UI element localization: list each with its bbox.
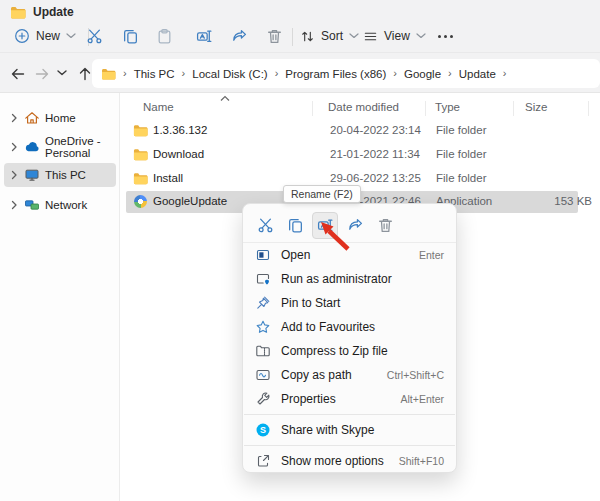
- chevron-right-icon[interactable]: [9, 113, 19, 123]
- file-type: File folder: [436, 124, 487, 136]
- file-row[interactable]: Download 21-01-2022 11:34 File folder: [126, 144, 578, 166]
- admin-shield-icon: [255, 271, 271, 287]
- chevron-right-icon[interactable]: [9, 200, 19, 210]
- sidebar-item-onedrive[interactable]: OneDrive - Personal: [4, 135, 116, 159]
- menu-item-shortcut: Shift+F10: [399, 455, 444, 467]
- file-size: 153 KB: [512, 195, 592, 207]
- context-menu-icon-strip: [243, 208, 456, 243]
- menu-item-label: Open: [281, 248, 310, 262]
- window-tab[interactable]: Update: [10, 4, 74, 20]
- breadcrumb-chevron[interactable]: ›: [393, 67, 397, 79]
- chevron-down-icon: [349, 33, 359, 39]
- view-icon: [363, 29, 378, 44]
- menu-item-run-as-administrator[interactable]: Run as administrator: [243, 267, 456, 291]
- file-type: File folder: [436, 172, 487, 184]
- chevron-down-icon: [66, 33, 76, 39]
- column-divider[interactable]: [513, 101, 514, 116]
- toolbar-separator: [292, 28, 293, 46]
- folder-icon: [133, 124, 148, 137]
- menu-item-copy-as-path[interactable]: Copy as path Ctrl+Shift+C: [243, 363, 456, 387]
- sort-button[interactable]: Sort: [300, 22, 359, 50]
- breadcrumb-chevron[interactable]: ›: [275, 67, 279, 79]
- navigation-bar: › This PC › Local Disk (C:) › Program Fi…: [0, 56, 600, 92]
- paste-icon[interactable]: [156, 28, 173, 45]
- breadcrumb-chevron[interactable]: ›: [448, 67, 452, 79]
- breadcrumb-program-files[interactable]: Program Files (x86): [285, 68, 386, 80]
- column-header-name[interactable]: Name: [143, 101, 174, 113]
- column-divider[interactable]: [312, 101, 313, 116]
- context-menu: Open Enter Run as administrator Pin to S…: [242, 203, 457, 473]
- open-icon: [255, 247, 271, 263]
- address-bar[interactable]: › This PC › Local Disk (C:) › Program Fi…: [92, 59, 600, 88]
- rename-icon[interactable]: [196, 28, 213, 45]
- command-bar: New Sort View: [0, 22, 600, 53]
- sidebar-item-home[interactable]: Home: [4, 106, 116, 130]
- file-type: File folder: [436, 148, 487, 160]
- breadcrumb-google[interactable]: Google: [404, 68, 441, 80]
- menu-item-add-to-favourites[interactable]: Add to Favourites: [243, 315, 456, 339]
- sidebar-item-label: OneDrive - Personal: [45, 135, 116, 159]
- up-icon[interactable]: [77, 66, 93, 82]
- share-icon[interactable]: [342, 212, 368, 239]
- menu-item-label: Properties: [281, 392, 336, 406]
- breadcrumb-chevron[interactable]: ›: [182, 67, 186, 79]
- breadcrumb-chevron[interactable]: ›: [123, 67, 127, 79]
- pin-icon: [255, 295, 271, 311]
- home-icon: [24, 110, 40, 126]
- see-more-button[interactable]: [438, 22, 453, 50]
- chevron-down-icon: [416, 33, 426, 39]
- column-divider[interactable]: [425, 101, 426, 116]
- menu-item-share-with-skype[interactable]: S Share with Skype: [243, 418, 456, 442]
- skype-icon: S: [255, 422, 271, 438]
- sidebar-item-network[interactable]: Network: [4, 193, 116, 217]
- sort-ascending-icon: [220, 95, 230, 102]
- delete-icon[interactable]: [372, 212, 398, 239]
- file-name: Install: [153, 172, 183, 184]
- sidebar-item-label: Network: [45, 199, 87, 211]
- chevron-right-icon[interactable]: [9, 142, 19, 152]
- file-date: 21-01-2022 11:34: [330, 148, 420, 160]
- breadcrumb-update[interactable]: Update: [459, 68, 496, 80]
- breadcrumb-this-pc[interactable]: This PC: [134, 68, 175, 80]
- menu-item-properties[interactable]: Properties Alt+Enter: [243, 387, 456, 411]
- star-icon: [255, 319, 271, 335]
- sidebar-item-this-pc[interactable]: This PC: [4, 163, 116, 187]
- menu-item-label: Compress to Zip file: [281, 344, 388, 358]
- network-icon: [24, 197, 40, 213]
- folder-icon: [133, 148, 148, 161]
- column-header-type[interactable]: Type: [435, 101, 460, 113]
- menu-separator: [244, 414, 455, 415]
- rename-icon[interactable]: [312, 212, 338, 239]
- copy-icon[interactable]: [122, 28, 139, 45]
- copy-icon[interactable]: [282, 212, 308, 239]
- column-header-date[interactable]: Date modified: [328, 101, 399, 113]
- forward-icon[interactable]: [34, 66, 50, 82]
- back-icon[interactable]: [10, 66, 26, 82]
- share-icon[interactable]: [231, 28, 248, 45]
- menu-item-label: Add to Favourites: [281, 320, 375, 334]
- more-options-icon: [255, 453, 271, 469]
- file-date: 20-04-2022 23:14: [330, 124, 421, 136]
- file-row[interactable]: 1.3.36.132 20-04-2022 23:14 File folder: [126, 120, 578, 142]
- file-name: GoogleUpdate: [153, 195, 227, 207]
- recent-locations-icon[interactable]: [57, 70, 73, 86]
- chevron-right-icon[interactable]: [9, 170, 19, 180]
- menu-item-pin-to-start[interactable]: Pin to Start: [243, 291, 456, 315]
- file-name: Download: [153, 148, 204, 160]
- breadcrumb-local-disk[interactable]: Local Disk (C:): [192, 68, 267, 80]
- cut-icon[interactable]: [252, 212, 278, 239]
- menu-item-open[interactable]: Open Enter: [243, 243, 456, 267]
- new-button[interactable]: New: [14, 22, 76, 50]
- menu-item-show-more-options[interactable]: Show more options Shift+F10: [243, 449, 456, 473]
- menu-item-shortcut: Ctrl+Shift+C: [387, 369, 444, 381]
- google-update-app-icon: [134, 195, 147, 208]
- menu-item-compress-to-zip[interactable]: Compress to Zip file: [243, 339, 456, 363]
- breadcrumb-chevron[interactable]: ›: [503, 67, 507, 79]
- delete-icon[interactable]: [266, 28, 283, 45]
- column-divider[interactable]: [588, 101, 589, 116]
- column-header-size[interactable]: Size: [525, 101, 547, 113]
- navigation-pane: Home OneDrive - Personal This PC Network: [0, 93, 120, 501]
- cut-icon[interactable]: [86, 28, 103, 45]
- sidebar-item-label: This PC: [45, 169, 86, 181]
- view-button[interactable]: View: [363, 22, 426, 50]
